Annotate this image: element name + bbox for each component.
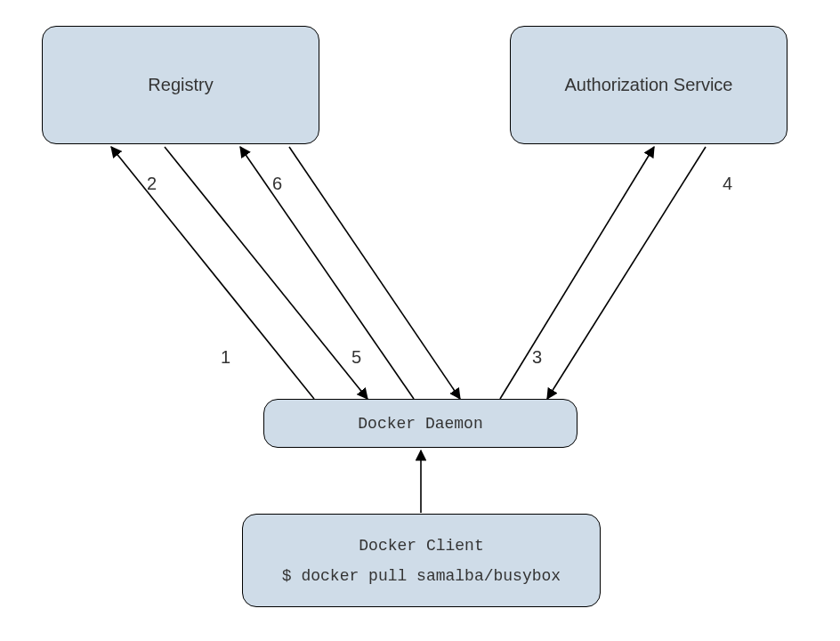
docker-client-box: Docker Client $ docker pull samalba/busy… (242, 514, 601, 607)
authorization-service-box: Authorization Service (510, 26, 788, 144)
label-5: 5 (351, 347, 361, 368)
docker-client-command: $ docker pull samalba/busybox (282, 567, 561, 585)
arrow-2 (165, 147, 368, 399)
arrow-1 (111, 147, 314, 399)
authorization-service-label: Authorization Service (565, 75, 733, 95)
arrow-5 (240, 147, 414, 399)
label-4: 4 (723, 174, 732, 194)
docker-client-title: Docker Client (359, 537, 483, 555)
label-2: 2 (147, 174, 157, 194)
arrow-6 (289, 147, 460, 399)
label-6: 6 (272, 174, 282, 194)
docker-daemon-box: Docker Daemon (263, 399, 578, 448)
arrow-4 (547, 147, 706, 399)
registry-box: Registry (42, 26, 319, 144)
registry-label: Registry (148, 75, 213, 95)
arrow-3 (500, 147, 654, 399)
label-1: 1 (221, 347, 230, 368)
label-3: 3 (532, 347, 542, 368)
docker-daemon-label: Docker Daemon (358, 415, 482, 433)
